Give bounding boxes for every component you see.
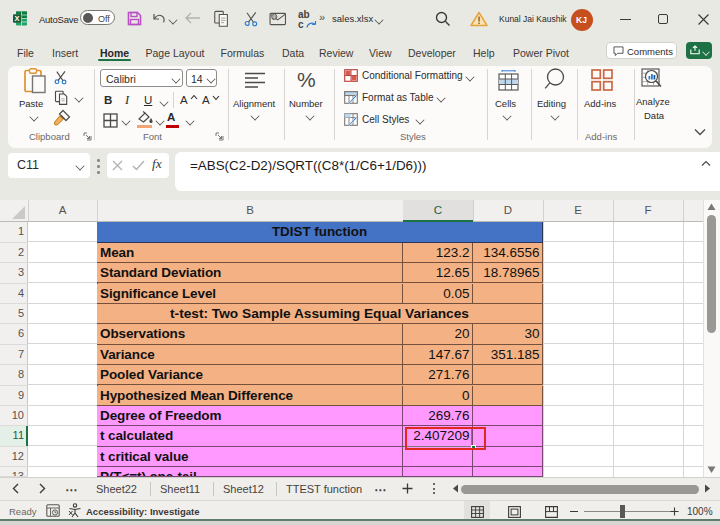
svg-text:@: @ xyxy=(271,14,277,20)
svg-text:X: X xyxy=(15,14,20,23)
